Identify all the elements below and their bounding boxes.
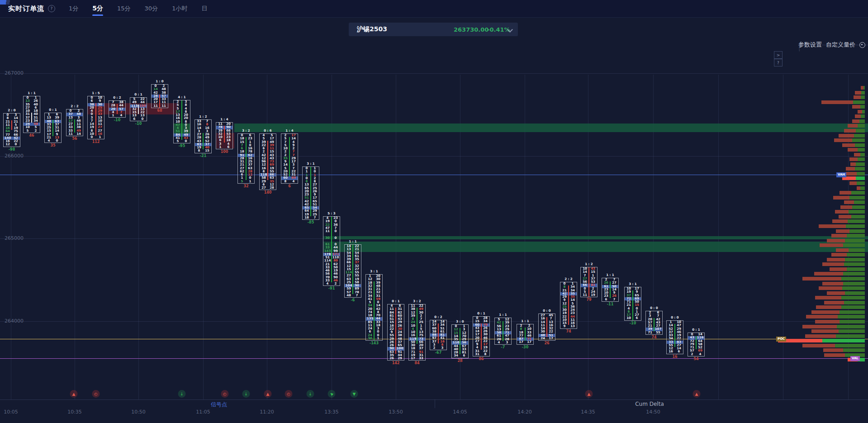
footprint-candle[interactable]: 0 : 011014475229374633193422338355271214…	[666, 320, 683, 354]
price-axis-label: 267000	[5, 70, 24, 76]
footprint-candle[interactable]: 1 : 151242395623132958716147202843-7	[494, 318, 512, 345]
footprint-candle[interactable]: 0 : 1161339486333372531151417921134035	[44, 113, 62, 143]
footprint-candle[interactable]: 1 : 2104314157127375653668102524111979	[580, 267, 598, 297]
cum-delta-pane-label[interactable]: Cum Delta	[635, 401, 664, 407]
tab-30min[interactable]: 30分	[144, 0, 159, 17]
signal-arrow-down-icon[interactable]: ↓	[178, 390, 186, 398]
footprint-candle[interactable]: 3 : 11017199376572697150211540811727106-…	[624, 287, 641, 321]
candle-row: 6681	[581, 284, 597, 287]
signal-tri-up-icon[interactable]: ▲	[693, 390, 701, 398]
signal-arrow-down-icon[interactable]: ↓	[307, 390, 314, 398]
signal-gauge-icon[interactable]: ◴	[92, 390, 100, 398]
signal-tri-up-icon[interactable]: ▲	[70, 390, 78, 398]
bid-volume: 5	[238, 180, 246, 183]
footprint-candle[interactable]: 0 : 148113184828160514315291626223092455…	[387, 304, 404, 361]
footprint-candle[interactable]: 1 : 127262761502314109232667-11	[602, 278, 619, 302]
ask-volume: 33	[417, 357, 425, 360]
footprint-candle[interactable]: 0 : 1522494411310932131522131360-10	[130, 97, 147, 121]
candle-header: 3 : 1	[302, 162, 319, 166]
bid-volume: 0	[88, 136, 96, 139]
candle-row: 26	[646, 311, 662, 314]
volume-profile-row	[846, 167, 865, 171]
footprint-candle[interactable]: 3 : 112012301839324831212132343141595034…	[365, 274, 383, 341]
panel-help-button[interactable]: ?	[774, 59, 783, 67]
signal-pointer-icon[interactable]: ▲	[328, 390, 336, 398]
signal-pane-label[interactable]: 信号点	[211, 401, 227, 409]
profile-sell-bar	[822, 262, 844, 266]
ask-volume: 3	[438, 347, 446, 350]
candle-row: 010	[88, 96, 104, 100]
footprint-candle[interactable]: 1 : 233716814163327262849435283371940815…	[194, 119, 212, 153]
profile-sell-bar	[846, 167, 855, 171]
footprint-candle[interactable]: 3 : 001123151214703529110564467403328813…	[451, 324, 469, 358]
volume-profile-row	[848, 148, 865, 152]
candle-row: 4159	[366, 298, 382, 301]
footprint-candle[interactable]: 3 : 206182315170616187891622816312521372…	[237, 133, 255, 184]
signal-gauge-icon[interactable]: ◴	[221, 390, 229, 398]
footprint-candle[interactable]: 2 : 003814212111516196475776614042162212…	[3, 113, 20, 147]
ask-volume: 0	[53, 139, 61, 143]
footprint-candle[interactable]: 2 : 20237481331746271133383349111456	[66, 109, 83, 136]
tri-up-glyph: ▲	[695, 392, 698, 396]
right-toolbar: 参数设置 | 自定义量价	[798, 41, 865, 49]
volume-profile-row	[827, 291, 865, 295]
symbol-selector[interactable]: 沪锡2503 263730.00 -0.41%	[349, 23, 518, 36]
bid-volume: 11	[66, 133, 75, 136]
bid-volume: 1	[109, 114, 117, 117]
candle-row: 1111	[152, 105, 168, 108]
collapse-panel-button[interactable]: >	[774, 51, 783, 59]
tab-day[interactable]: 日	[200, 0, 208, 17]
signal-tri-up-icon[interactable]: ▲	[264, 390, 272, 398]
signal-arrow-down-icon[interactable]: ↓	[242, 390, 250, 398]
candle-header: 2 : 0	[3, 109, 20, 112]
tab-1hour[interactable]: 1小时	[171, 0, 188, 17]
profile-buy-bar	[841, 305, 865, 309]
time-axis-label: 10:35	[67, 409, 82, 415]
signal-tri-up-icon[interactable]: ▲	[585, 390, 593, 398]
tab-1min[interactable]: 1分	[68, 0, 79, 17]
footprint-candle[interactable]: 1 : 101132635402761018314037312334245810…	[23, 96, 40, 133]
profile-sell-bar	[848, 124, 858, 128]
candle-box: 2745167141311161432302248512417	[538, 314, 555, 341]
footprint-candle[interactable]: 1 : 421751474591022727352991714357202252…	[281, 133, 298, 184]
ask-volume: 4	[289, 180, 298, 183]
footprint-candle[interactable]: 0 : 10144311672647958715257692454	[688, 333, 705, 356]
volume-profile-row	[855, 91, 865, 95]
tab-5min[interactable]: 5分	[91, 0, 104, 17]
candle-delta: 74	[645, 335, 663, 339]
footprint-candle[interactable]: 2 : 201834213442352935914125253630241923…	[560, 282, 577, 329]
candle-box: 0110110288132765252026239511742654251655…	[302, 166, 319, 220]
footprint-candle[interactable]: 0 : 0263720425743212739107715574	[645, 311, 663, 335]
footprint-candle[interactable]: 3 : 211223849123039287242510145101316751…	[408, 304, 426, 361]
volume-profile-row	[857, 186, 865, 190]
ask-volume: 0	[138, 118, 147, 121]
footprint-candle[interactable]: 0 : 0274516714131116143230224851241726	[538, 314, 555, 341]
footprint-candle[interactable]: 0 : 645517394922396112154243124396731269…	[259, 133, 276, 190]
page-title: 实时订单流	[8, 5, 44, 13]
tab-15min[interactable]: 15分	[116, 0, 132, 17]
candle-header: 3 : 2	[408, 299, 426, 303]
footprint-candle[interactable]: 1 : 114221321545434613935663712321527116…	[344, 244, 361, 298]
footprint-candle[interactable]: 1 : 1228101833774687711717-30	[517, 324, 534, 345]
signal-tri-down-icon[interactable]: ▼	[351, 390, 358, 398]
candle-row: 27	[281, 150, 298, 153]
footprint-candle[interactable]: 1 : 501069383020254290333137101411192782…	[87, 96, 104, 139]
ask-volume: 0	[182, 140, 190, 143]
footprint-candle[interactable]: 0 : 102815346079432614261730204627229174…	[473, 316, 490, 356]
footprint-candle[interactable]: 1 : 00214484238285720331711111168	[151, 84, 168, 108]
footprint-candle[interactable]: 4 : 123585417813201620108470435139844941…	[173, 100, 190, 143]
footprint-candle[interactable]: 0 : 214143734605138618881974137163823-67	[430, 320, 447, 350]
profile-buy-bar	[844, 262, 865, 266]
footprint-candle[interactable]: 0 : 2738284420574714-10	[109, 100, 126, 118]
profile-buy-bar	[852, 138, 865, 142]
profile-buy-bar	[856, 162, 865, 166]
footprint-candle[interactable]: 1 : 4112078903966325310236183416100	[216, 122, 233, 149]
footprint-candle[interactable]: 5 : 342319022364771103006103344143991781…	[323, 216, 340, 286]
signal-gauge-icon[interactable]: ◴	[285, 390, 293, 398]
profile-buy-bar	[861, 95, 865, 99]
ask-volume: 17	[547, 337, 555, 340]
ask-volume: 55	[654, 331, 662, 334]
footprint-candle[interactable]: 3 : 101101102881327652520262395117426542…	[302, 166, 319, 220]
bid-volume: 11	[581, 294, 589, 297]
help-icon[interactable]: ?	[48, 5, 55, 12]
